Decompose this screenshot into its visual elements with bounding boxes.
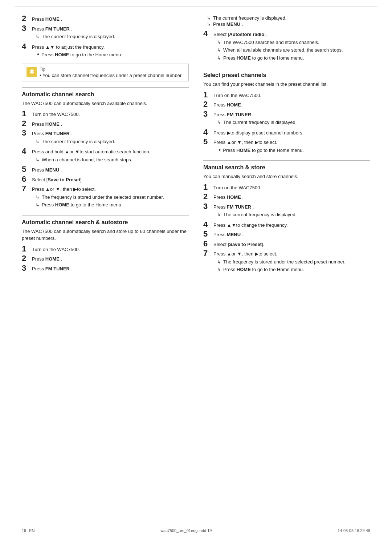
step-text: Press HOME . [32,120,189,128]
arrow-icon: ↳ [217,258,221,266]
step-text: Press HOME . [213,193,370,201]
tip-text: • You can store channel frequencies unde… [40,73,183,78]
step-number: 4 [22,147,29,155]
bold-text: HOME [227,194,241,200]
step-item: 7 Press ▲or ▼, then ▶to select. ↳ The fr… [203,249,370,274]
step-number: 3 [22,264,29,272]
bullet-text: Press HOME to go to the Home menu. [223,266,304,273]
step-number: 3 [203,110,211,118]
dot-icon: • [40,73,42,78]
step-text: Press HOME . [32,15,189,23]
arrow-bullet: ↳ Press MENU . [207,21,370,27]
step-number: 7 [22,185,29,193]
bold-text: MENU [227,232,241,237]
step-number: 7 [203,249,211,257]
bold-text: MENU [45,167,59,173]
step-item: 3 Press FM TUNER . ↳ The current frequen… [22,129,189,146]
bullet-text: The frequency is stored under the select… [223,258,346,266]
step-number: 5 [203,138,211,146]
section-heading-auto-search: Automatic channel search [22,91,189,98]
step-item: 6 Select [Save to Preset]. [203,240,370,248]
tip-icon: ✱ [26,67,37,77]
bold-text: FM TUNER [45,26,70,32]
step-number: 4 [203,221,211,229]
step-number: 1 [203,91,211,99]
left-column: 2 Press HOME . 3 Press FM TUNER . ↳ The … [22,15,189,277]
bold-text: FM TUNER [227,112,251,117]
step-item: 3 Press FM TUNER . ↳ The current frequen… [22,24,189,41]
select-preset-steps: 1 Turn on the WAC7500. 2 Press HOME . 3 … [203,91,370,155]
bold-text: HOME [236,148,250,153]
step-text: Turn on the WAC7500. [32,245,189,253]
footer: 19 EN wac7500_um_01eng.indd 19 14-08-08 … [22,526,370,533]
step-text: Press ▶to display preset channel numbers… [213,128,370,137]
step-number: 1 [203,183,211,191]
two-column-layout: 2 Press HOME . 3 Press FM TUNER . ↳ The … [22,15,370,277]
step-number: 5 [22,165,29,173]
arrow-bullet: ↳ When all available channels are stored… [217,47,370,54]
step-number: 2 [203,100,211,108]
step-item: 4 Press ▶to display preset channel numbe… [203,128,370,137]
bold-text: HOME [55,202,69,207]
step-text: Press ▲▼ to adjust the frequency. • Pres… [32,43,189,59]
step-item: 4 Select [Autostore radio]. ↳ The WAC750… [203,30,370,62]
step-item: 2 Press HOME . [22,254,189,263]
step-number: 4 [22,43,29,51]
step-item: 2 Press HOME . [22,15,189,23]
bold-text: FM TUNER [45,266,70,271]
arrow-bullet: ↳ The WAC7500 searches and stores channe… [217,39,370,46]
autostore-steps: 1 Turn on the WAC7500. 2 Press HOME . 3 … [22,245,189,273]
bold-text: HOME [237,267,251,272]
arrow-bullet: ↳ The current frequency is displayed. [217,211,370,218]
section-divider [203,160,370,161]
footer-file: wac7500_um_01eng.indd 19 [160,528,212,533]
step-item: 3 Press FM TUNER . [22,264,189,273]
arrow-icon: ↳ [217,211,221,218]
arrow-icon: ↳ [36,156,40,164]
step-number: 2 [22,120,29,128]
step-text: Press FM TUNER . ↳ The current frequency… [32,24,189,41]
bullet-text: The current frequency is displayed. [42,33,115,40]
step-item: 1 Turn on the WAC7500. [22,110,189,118]
bullet-text: The current frequency is displayed. [42,138,115,145]
step-text: Press ▲▼to change the frequency. [213,221,370,229]
step-text: Press MENU . [32,165,189,174]
step-number: 6 [203,240,211,248]
bullet-text: The current frequency is displayed. [223,119,297,126]
step-item: 2 Press HOME . [22,120,189,128]
step-number: 2 [203,193,211,201]
arrow-bullet: ↳ When a channel is found, the search st… [36,156,189,164]
step-text: Select [Autostore radio]. ↳ The WAC7500 … [213,30,370,62]
footer-timestamp: 14-08-08 16:29:49 [338,528,370,533]
step-text: Press FM TUNER . ↳ The current frequency… [213,202,370,219]
step-item: 1 Turn on the WAC7500. [203,183,370,192]
arrow-icon: ↳ [217,47,221,54]
section-divider [22,215,189,215]
arrow-bullet: ↳ The current frequency is displayed. [36,138,189,145]
step-item: 5 Press MENU . [22,165,189,174]
step-item: 5 Press ▲or ▼, then ▶to select. • Press … [203,138,370,154]
arrow-icon: ↳ [217,39,221,46]
step-text: Press MENU . [213,230,370,238]
dot-bullet: • Press HOME to go to the Home menu. [37,51,189,59]
step-number: 1 [22,245,29,253]
right-column: ↳ The current frequency is displayed. ↳ … [203,15,370,277]
arrow-bullet: ↳ The current frequency is displayed. [207,15,370,21]
arrow-bullet: ↳ The frequency is stored under the sele… [217,258,370,266]
arrow-icon: ↳ [36,201,40,209]
bullet-text: The frequency is stored under the select… [42,194,164,201]
auto-search-steps: 1 Turn on the WAC7500. 2 Press HOME . 3 … [22,110,189,209]
arrow-icon: ↳ [36,138,40,145]
step-item: 4 Press and hold ▲or ▼to start automatic… [22,147,189,164]
section-heading-select-preset: Select preset channels [203,72,370,78]
arrow-bullet: ↳ Press HOME to go to the Home menu. [36,201,189,209]
tip-box: ✱ Tip • You can store channel frequencie… [22,64,189,81]
step-number: 2 [22,254,29,262]
bullet-text: Press HOME to go to the Home menu. [41,51,122,59]
arrow-bullet: ↳ Press HOME to go to the Home menu. [217,266,370,273]
section-intro-autostore: The WAC7500 can automatically search and… [22,228,189,242]
bullet-text: Press HOME to go to the Home menu. [223,55,304,62]
section-heading-autostore: Automatic channel search & autostore [22,219,189,226]
tip-label: Tip [40,67,183,72]
step-text: Press HOME . [213,100,370,109]
